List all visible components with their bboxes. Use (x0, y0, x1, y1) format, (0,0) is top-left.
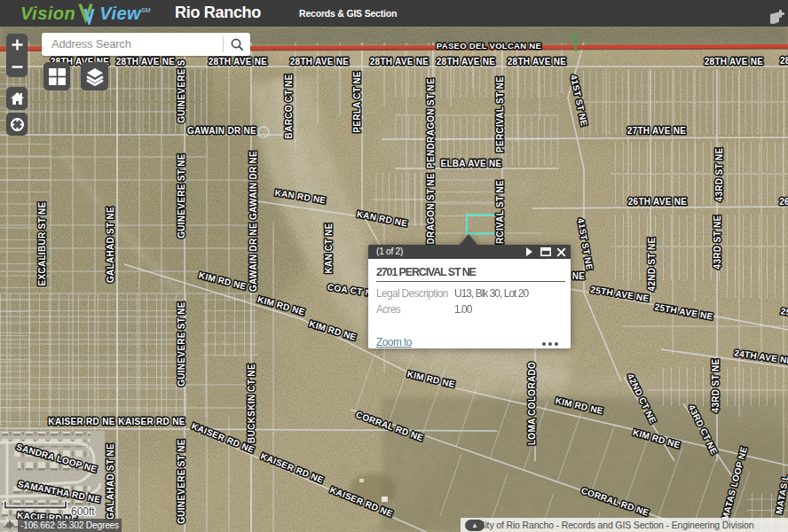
svg-text:PERCIVAL ST NE: PERCIVAL ST NE (495, 76, 505, 153)
svg-text:GAWAIN DR NE: GAWAIN DR NE (187, 126, 256, 136)
svg-text:26: 26 (779, 197, 788, 207)
svg-text:GUINEVERE ST NE: GUINEVERE ST NE (177, 301, 186, 387)
svg-text:43RD ST NE: 43RD ST NE (713, 215, 722, 270)
svg-text:28TH AVE NE: 28TH AVE NE (370, 57, 429, 66)
svg-text:28TH AVE NE: 28TH AVE NE (508, 57, 567, 66)
svg-text:26TH AVE NE: 26TH AVE NE (628, 197, 688, 207)
svg-text:KAN CT NE: KAN CT NE (324, 223, 334, 273)
svg-text:GUINEVERE ST NE: GUINEVERE ST NE (177, 153, 186, 239)
svg-text:28TH AVE NE: 28TH AVE NE (437, 57, 496, 66)
svg-text:LOMA COLORADO: LOMA COLORADO (527, 362, 537, 445)
svg-text:GALAHAD ST NE: GALAHAD ST NE (106, 207, 115, 283)
svg-text:PENDRAGON ST NE: PENDRAGON ST NE (426, 78, 436, 168)
svg-text:28TH AVE NE: 28TH AVE NE (116, 57, 176, 66)
svg-text:GALAHAD ST NE: GALAHAD ST NE (106, 443, 115, 520)
svg-text:43RD ST NE: 43RD ST NE (711, 359, 721, 413)
svg-text:KAISER RD NE: KAISER RD NE (118, 417, 185, 426)
svg-text:BARCO CT NE: BARCO CT NE (284, 74, 294, 139)
svg-text:BUCKSKIN CT NE: BUCKSKIN CT NE (247, 364, 256, 443)
svg-text:28TH AVE NE: 28TH AVE NE (290, 57, 350, 66)
svg-text:42ND ST NE: 42ND ST NE (647, 238, 657, 292)
svg-text:PASEO DEL VOLCAN NE: PASEO DEL VOLCAN NE (437, 41, 541, 51)
svg-text:GAWAIN DR NE: GAWAIN DR NE (248, 223, 258, 292)
svg-text:GUINEVERE S: GUINEVERE S (177, 59, 186, 123)
svg-text:25: 25 (780, 306, 788, 317)
svg-text:43RD ST NE: 43RD ST NE (714, 148, 724, 202)
svg-text:GAWAIN DR NE: GAWAIN DR NE (248, 151, 258, 220)
svg-text:27TH AVE NE: 27TH AVE NE (627, 126, 687, 136)
svg-text:28T: 28T (780, 56, 788, 66)
svg-text:28TH AVE NE: 28TH AVE NE (209, 57, 268, 66)
svg-text:600ft: 600ft (71, 505, 95, 518)
svg-text:EXCALIBUR ST NE: EXCALIBUR ST NE (37, 201, 47, 286)
svg-text:28TH AVE NE: 28TH AVE NE (705, 57, 764, 66)
svg-text:PERLA CT NE: PERLA CT NE (352, 71, 362, 133)
svg-text:KAISER RD NE: KAISER RD NE (48, 417, 114, 426)
svg-text:GUINEVERE ST NE: GUINEVERE ST NE (177, 439, 186, 524)
svg-text:ELBA AVE NE: ELBA AVE NE (440, 159, 501, 168)
